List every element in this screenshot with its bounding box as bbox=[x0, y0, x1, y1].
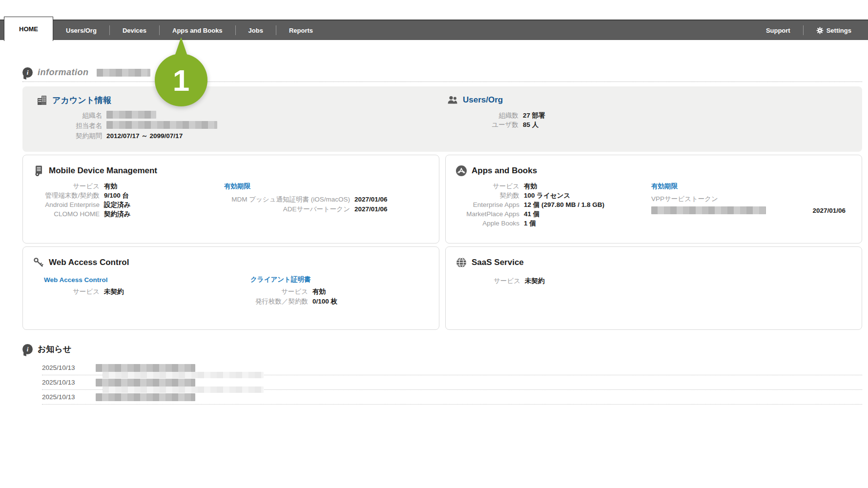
apps-apple-books-label: Apple Books bbox=[455, 219, 519, 228]
nav-support-label: Support bbox=[766, 27, 790, 34]
wac-service-label: サービス bbox=[33, 287, 100, 297]
nav-support[interactable]: Support bbox=[753, 20, 803, 40]
vpp-token-date: 2027/01/06 bbox=[812, 207, 846, 214]
org-count-label: 組織数 bbox=[447, 111, 518, 120]
navbar-right-group: Support Settings bbox=[753, 20, 868, 40]
mdm-clomo-home-label: CLOMO HOME bbox=[33, 209, 100, 219]
account-row-contact-name: 担当者名 bbox=[36, 121, 217, 131]
wac-service-value: 未契約 bbox=[104, 287, 124, 297]
apps-marketplace-value: 41 個 bbox=[524, 209, 539, 219]
account-summary-panel: アカウント情報 組織名 担当者名 契約期間 2012/07/17 ～ 2099/… bbox=[22, 86, 862, 152]
news-info-icon: i bbox=[22, 344, 33, 354]
mdm-devices-label: 管理端末数/契約数 bbox=[33, 191, 100, 200]
user-count-label: ユーザ数 bbox=[447, 120, 518, 129]
redacted-information-text bbox=[97, 69, 150, 77]
users-icon bbox=[447, 94, 458, 106]
client-certificate-link[interactable]: クライアント証明書 bbox=[250, 276, 310, 283]
top-white-strip bbox=[0, 0, 868, 20]
mdm-android-label: Android Enterprise bbox=[33, 200, 100, 209]
news-item-date: 2025/10/13 bbox=[42, 393, 89, 401]
users-org-title[interactable]: Users/Org bbox=[463, 95, 503, 105]
redacted-news-text bbox=[96, 364, 195, 372]
cert-issued-value: 0/100 枚 bbox=[312, 297, 337, 306]
news-list-item[interactable]: 2025/10/13 bbox=[42, 361, 862, 375]
users-org-section: Users/Org 組織数 27 部署 ユーザ数 85 人 bbox=[447, 94, 545, 129]
account-contact-name-label: 担当者名 bbox=[36, 121, 102, 131]
mdm-push-cert-value: 2027/01/06 bbox=[354, 195, 388, 204]
vpp-token-label: VPPサービストークン bbox=[651, 195, 850, 203]
web-access-control-link[interactable]: Web Access Control bbox=[44, 276, 108, 284]
saas-service-title: SaaS Service bbox=[472, 258, 524, 267]
mdm-clomo-home-value: 契約済み bbox=[104, 209, 130, 219]
apps-expiry-link[interactable]: 有効期限 bbox=[651, 183, 678, 190]
mdm-row-ade-token: ADEサーバートークン 2027/01/06 bbox=[224, 204, 388, 214]
key-icon bbox=[33, 257, 44, 268]
account-org-name-label: 組織名 bbox=[36, 111, 102, 121]
cert-service-label: サービス bbox=[250, 287, 308, 297]
apps-apple-books-value: 1 個 bbox=[524, 219, 536, 228]
nav-settings[interactable]: Settings bbox=[804, 20, 868, 40]
mdm-ade-token-value: 2027/01/06 bbox=[354, 204, 388, 214]
information-title: information bbox=[38, 67, 89, 78]
redacted-news-subtext bbox=[103, 386, 264, 393]
nav-settings-label: Settings bbox=[827, 27, 851, 34]
account-row-contract-period: 契約期間 2012/07/17 ～ 2099/07/17 bbox=[36, 131, 217, 141]
apps-licenses-value: 100 ライセンス bbox=[524, 191, 570, 200]
news-item-date: 2025/10/13 bbox=[42, 364, 89, 371]
redacted-news-subtext bbox=[103, 372, 264, 378]
mdm-ade-token-label: ADEサーバートークン bbox=[224, 204, 350, 214]
globe-icon bbox=[455, 257, 467, 268]
news-title: お知らせ bbox=[38, 344, 71, 355]
org-count-value: 27 部署 bbox=[523, 111, 545, 120]
cert-row-issued: 発行枚数／契約数 0/100 枚 bbox=[250, 297, 337, 306]
users-org-row-org-count: 組織数 27 部署 bbox=[447, 111, 545, 120]
app-store-icon bbox=[455, 165, 467, 177]
wac-row-service: サービス 未契約 bbox=[33, 287, 439, 297]
annotation-balloon-1: 1 bbox=[155, 37, 207, 106]
redacted-org-name bbox=[106, 111, 156, 119]
apps-marketplace-label: MarketPlace Apps bbox=[455, 209, 519, 219]
apps-licenses-label: 契約数 bbox=[455, 191, 519, 200]
gear-icon bbox=[816, 27, 824, 34]
web-access-control-card: Web Access Control Web Access Control サー… bbox=[22, 246, 439, 330]
buildings-icon bbox=[36, 94, 48, 106]
redacted-news-text bbox=[96, 379, 195, 386]
account-contract-period-label: 契約期間 bbox=[36, 131, 102, 141]
account-info-title[interactable]: アカウント情報 bbox=[52, 95, 111, 106]
nav-tab-jobs[interactable]: Jobs bbox=[236, 20, 276, 40]
redacted-contact-name bbox=[106, 121, 217, 129]
nav-tab-users-org-label: Users/Org bbox=[66, 27, 97, 34]
mdm-android-value: 設定済み bbox=[104, 200, 130, 209]
info-icon: i bbox=[22, 67, 33, 78]
apps-books-card: Apps and Books サービス 有効 契約数 100 ライセンス Ent… bbox=[445, 155, 862, 244]
mdm-push-cert-label: MDM プッシュ通知証明書 (iOS/macOS) bbox=[224, 195, 350, 204]
nav-tab-reports[interactable]: Reports bbox=[276, 20, 326, 40]
nav-tab-home[interactable]: HOME bbox=[4, 17, 53, 41]
mdm-device-icon bbox=[33, 165, 44, 177]
mdm-expiry-link[interactable]: 有効期限 bbox=[224, 183, 250, 190]
users-org-row-user-count: ユーザ数 85 人 bbox=[447, 120, 545, 129]
apps-books-card-title: Apps and Books bbox=[472, 166, 537, 176]
web-access-control-title: Web Access Control bbox=[49, 258, 129, 267]
apps-enterprise-value: 12 個 (297.80 MB / 1.8 GB) bbox=[524, 200, 604, 209]
mdm-devices-value: 9/100 台 bbox=[104, 191, 129, 200]
nav-tab-home-label: HOME bbox=[19, 25, 38, 33]
mdm-card: Mobile Device Management サービス 有効 管理端末数/契… bbox=[22, 155, 439, 244]
news-item-date: 2025/10/13 bbox=[42, 379, 89, 386]
nav-tab-devices[interactable]: Devices bbox=[110, 20, 159, 40]
information-header: i information bbox=[22, 63, 862, 82]
saas-service-card: SaaS Service サービス 未契約 bbox=[445, 246, 862, 330]
redacted-news-text bbox=[96, 393, 195, 401]
apps-row-apple-books: Apple Books 1 個 bbox=[455, 219, 862, 228]
account-contract-period-value: 2012/07/17 ～ 2099/07/17 bbox=[106, 131, 183, 141]
nav-tab-reports-label: Reports bbox=[289, 27, 313, 34]
nav-tab-apps-and-books-label: Apps and Books bbox=[172, 27, 223, 34]
cert-issued-label: 発行枚数／契約数 bbox=[250, 297, 308, 306]
saas-row-service: サービス 未契約 bbox=[455, 276, 862, 286]
mdm-service-label: サービス bbox=[33, 182, 100, 191]
nav-tab-jobs-label: Jobs bbox=[248, 27, 263, 34]
apps-service-value: 有効 bbox=[524, 182, 537, 191]
apps-service-label: サービス bbox=[455, 182, 519, 191]
nav-tab-users-org[interactable]: Users/Org bbox=[53, 20, 109, 40]
saas-service-label: サービス bbox=[455, 276, 520, 286]
